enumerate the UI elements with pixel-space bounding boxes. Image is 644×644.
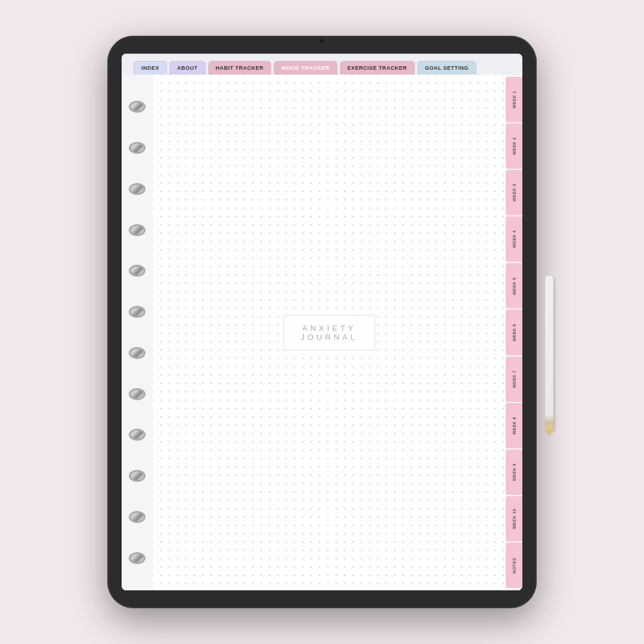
journal-title-box: ANXIETY JOURNAL <box>283 315 375 351</box>
apple-pencil <box>545 275 553 431</box>
spiral-ring <box>129 183 145 195</box>
week-tabs-column: WEEK 1WEEK 2WEEK 3WEEK 4WEEK 5WEEK 6WEEK… <box>506 75 522 590</box>
spiral-ring <box>129 470 145 482</box>
spiral-ring <box>129 429 145 441</box>
camera-dot <box>320 39 324 43</box>
week-tab-week-7[interactable]: WEEK 7 <box>506 357 522 402</box>
week-tab-week-10[interactable]: WEEK 10 <box>506 496 522 541</box>
tab-index[interactable]: INDEX <box>134 61 167 75</box>
tablet-device: INDEXABOUTHABIT TRACKERMOOD TRACKEREXERC… <box>107 36 537 608</box>
tablet-screen: INDEXABOUTHABIT TRACKERMOOD TRACKEREXERC… <box>122 54 522 590</box>
pencil-tip <box>545 429 553 436</box>
week-tab-week-2[interactable]: WEEK 2 <box>506 123 522 169</box>
spiral-ring <box>129 511 145 523</box>
spiral-binding <box>122 75 153 590</box>
spiral-ring <box>129 388 145 400</box>
week-tab-week-8[interactable]: WEEK 8 <box>506 403 522 448</box>
week-tab-week-9[interactable]: WEEK 9 <box>506 450 522 495</box>
week-tab-week-4[interactable]: WEEK 4 <box>506 216 522 262</box>
journal-title-line2: JOURNAL <box>301 333 358 342</box>
nav-tabs: INDEXABOUTHABIT TRACKERMOOD TRACKEREXERC… <box>122 54 522 75</box>
spiral-ring <box>129 552 145 564</box>
spiral-ring <box>129 265 145 277</box>
week-tab-week-6[interactable]: WEEK 6 <box>506 309 522 355</box>
week-tab-week-3[interactable]: WEEK 3 <box>506 170 522 215</box>
tab-about[interactable]: ABOUT <box>169 61 206 75</box>
tab-habit[interactable]: HABIT TRACKER <box>208 61 272 75</box>
week-tab-notes[interactable]: NOTES <box>506 543 522 588</box>
spiral-ring <box>129 347 145 359</box>
week-tab-week-5[interactable]: WEEK 5 <box>506 263 522 308</box>
page-content: ANXIETY JOURNAL <box>153 75 506 590</box>
journal-area: ANXIETY JOURNAL WEEK 1WEEK 2WEEK 3WEEK 4… <box>122 75 522 590</box>
tab-exercise[interactable]: EXERCISE TRACKER <box>340 61 415 75</box>
tab-goal[interactable]: GOAL SETTING <box>417 61 476 75</box>
tab-mood[interactable]: MOOD TRACKER <box>274 61 338 75</box>
week-tab-week-1[interactable]: WEEK 1 <box>506 77 522 122</box>
spiral-ring <box>129 101 145 113</box>
spiral-ring <box>129 224 145 236</box>
spiral-ring <box>129 306 145 318</box>
spiral-ring <box>129 142 145 154</box>
journal-title-line1: ANXIETY <box>301 324 358 333</box>
